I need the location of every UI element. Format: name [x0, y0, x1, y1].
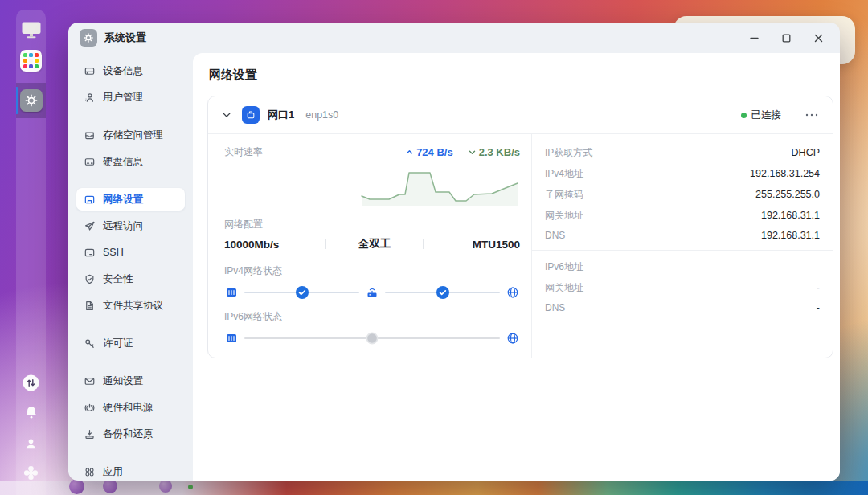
wallpaper-bottom-strip [0, 481, 868, 495]
sidebar-item-notification-settings[interactable]: 通知设置 [76, 370, 185, 392]
more-options-icon[interactable] [802, 105, 821, 125]
sidebar-item-label: 应用 [103, 465, 123, 479]
detail-row: DNS 192.168.31.1 [532, 226, 833, 244]
globe-icon [506, 332, 520, 345]
close-icon[interactable] [808, 27, 829, 48]
sidebar-item-apps[interactable]: 应用 [76, 460, 185, 481]
settings-gear-icon [20, 89, 43, 112]
sidebar: 设备信息 用户管理 存储空间管理 硬盘信息 网络设置 [68, 53, 193, 481]
notification-mail-icon [83, 374, 96, 387]
status-dot [741, 112, 747, 118]
sidebar-item-label: 安全性 [103, 272, 133, 286]
sidebar-item-security[interactable]: 安全性 [76, 268, 185, 290]
sidebar-item-label: 硬件和电源 [103, 401, 154, 415]
app-center-icon [20, 50, 42, 72]
check-badge-icon [436, 286, 449, 300]
sidebar-item-label: 用户管理 [103, 91, 143, 104]
card-right-panel: IP获取方式 DHCP IPv4地址 192.168.31.254 子网掩码 2… [531, 134, 833, 358]
sidebar-item-hardware-power[interactable]: 硬件和电源 [76, 396, 185, 419]
sidebar-item-storage-pool[interactable]: 存储空间管理 [76, 124, 185, 146]
security-shield-icon [83, 272, 96, 285]
dock-item-notifications[interactable] [23, 404, 40, 427]
ssh-icon [83, 246, 96, 259]
down-caret-icon [469, 149, 476, 155]
dock-item-user[interactable] [23, 436, 39, 456]
network-interface-card: 网口1 enp1s0 已连接 实时速率 [207, 96, 833, 358]
assistant-flower-icon [23, 464, 39, 485]
sidebar-item-device-info[interactable]: 设备信息 [76, 59, 185, 82]
screen-mirror-icon [21, 21, 42, 43]
sidebar-item-disk-info[interactable]: 硬盘信息 [76, 150, 185, 173]
sidebar-item-label: 硬盘信息 [103, 155, 143, 169]
detail-row: 网关地址 - [532, 277, 833, 298]
link-speed: 10000Mb/s [224, 239, 326, 251]
sidebar-item-ssh[interactable]: SSH [76, 241, 185, 264]
wallpaper-bubble [159, 480, 172, 493]
sidebar-item-label: SSH [103, 247, 124, 258]
ipv4-connectivity-diagram [224, 284, 520, 301]
wallpaper-bubble [103, 479, 117, 493]
globe-icon [506, 286, 520, 299]
ipv4-link-segment [244, 292, 359, 293]
interface-name: enp1s0 [305, 109, 338, 121]
detail-row: 子网掩码 255.255.255.0 [532, 184, 833, 205]
notification-bell-icon [23, 404, 40, 427]
window-controls [743, 27, 829, 48]
dock-item-system-settings[interactable] [16, 83, 46, 118]
download-rate: 2.3 KB/s [469, 146, 520, 158]
dock-active-indicator [16, 87, 18, 114]
sidebar-item-label: 设备信息 [103, 64, 143, 78]
status-badge: 已连接 [741, 108, 782, 122]
storage-pool-icon [83, 129, 96, 141]
sidebar-item-file-share[interactable]: 文件共享协议 [76, 294, 185, 317]
ipv4-status-label: IPv4网络状态 [224, 264, 520, 278]
sidebar-item-license[interactable]: 许可证 [76, 332, 185, 354]
sidebar-item-network-settings[interactable]: 网络设置 [76, 188, 185, 211]
file-share-icon [83, 299, 96, 312]
dock-item-assistant[interactable] [23, 464, 39, 485]
dock-item-transfer[interactable] [22, 374, 40, 395]
card-left-panel: 实时速率 724 B/s 2.3 KB/s [208, 134, 531, 358]
mtu-value: MTU1500 [424, 239, 520, 251]
sidebar-item-label: 通知设置 [103, 374, 143, 388]
dock-item-app-center[interactable] [16, 46, 46, 75]
ipv6-link-segment [244, 338, 500, 339]
minimize-icon[interactable] [743, 27, 764, 48]
detail-row: IPv6地址 [532, 256, 833, 277]
sidebar-item-label: 远程访问 [103, 219, 143, 233]
card-header[interactable]: 网口1 enp1s0 已连接 [208, 96, 833, 134]
license-key-icon [83, 337, 96, 350]
system-settings-window: 系统设置 设备信息 用户管理 [68, 22, 840, 481]
status-text: 已连接 [751, 108, 782, 122]
check-badge-icon [295, 286, 309, 300]
sidebar-item-label: 备份和还原 [103, 428, 154, 441]
backup-restore-icon [83, 428, 96, 440]
traffic-sparkline [224, 169, 520, 206]
sidebar-item-label: 许可证 [103, 337, 133, 350]
wallpaper-bubble [188, 485, 193, 489]
maximize-icon[interactable] [776, 27, 796, 48]
realtime-rates: 724 B/s 2.3 KB/s [406, 146, 520, 158]
realtime-rate-label: 实时速率 [224, 145, 263, 159]
sidebar-item-user-management[interactable]: 用户管理 [76, 86, 185, 108]
ipv6-status-label: IPv6网络状态 [224, 310, 520, 324]
sidebar-item-backup-restore[interactable]: 备份和还原 [76, 423, 185, 445]
chevron-down-icon[interactable] [219, 108, 234, 122]
detail-divider [532, 250, 833, 251]
apps-grid-icon [83, 465, 96, 478]
user-management-icon [83, 91, 96, 104]
sidebar-item-remote-access[interactable]: 远程访问 [76, 215, 185, 237]
nas-device-icon [224, 286, 239, 299]
detail-row: IP获取方式 DHCP [532, 142, 833, 163]
detail-row: DNS - [532, 298, 833, 317]
network-config-values: 10000Mb/s 全双工 MTU1500 [224, 237, 520, 252]
dock-item-screen-mirror[interactable] [16, 17, 46, 46]
dock [16, 10, 46, 495]
sidebar-item-label: 存储空间管理 [103, 129, 163, 142]
app-gear-icon [80, 29, 97, 47]
titlebar: 系统设置 [68, 22, 840, 53]
remote-access-icon [83, 219, 96, 232]
device-info-icon [83, 64, 96, 77]
content-panel: 网络设置 网口1 enp1s0 已连接 [193, 53, 840, 481]
user-icon [23, 436, 39, 456]
